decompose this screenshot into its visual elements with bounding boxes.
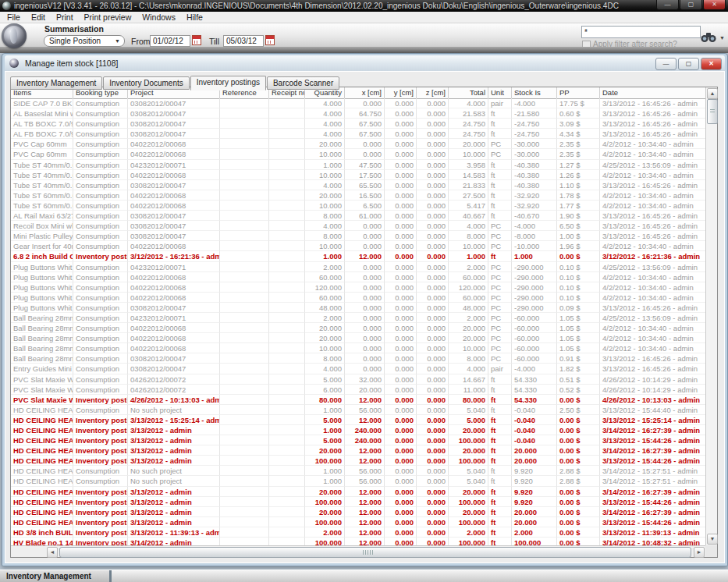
table-cell: 0.000 [417, 119, 449, 129]
table-cell: 3/13/2012 - 16:45:26 - admin [600, 129, 705, 139]
table-row[interactable]: AL Baseslat Mini wConsumption03082012/00… [11, 108, 705, 119]
table-row[interactable]: Gear Insert for 40mConsumption04022012/0… [11, 241, 705, 251]
table-row[interactable]: Plug Buttons WhitConsumption03082012/000… [11, 303, 705, 313]
table-row[interactable]: HD CEILING HEADConsumptionNo such projec… [11, 466, 705, 476]
table-row[interactable]: Recoil Box Mini whConsumption03082012/00… [11, 221, 705, 231]
table-cell: 4/26/2012 - 10:14:29 - admin [600, 385, 705, 395]
window-close-button[interactable]: ✕ [701, 58, 722, 70]
table-row[interactable]: HD CEILING HEADInventory posting3/13/201… [11, 456, 705, 466]
table-cell: 61.000 [345, 211, 385, 221]
table-row[interactable]: Tube ST 40mm/0.6Consumption04022012/0006… [11, 170, 705, 180]
menu-item-print-preview[interactable]: Print preview [79, 12, 137, 23]
menu-item-windows[interactable]: Windows [137, 12, 181, 23]
calendar-icon[interactable] [265, 35, 275, 45]
table-cell: -8.000 [512, 231, 557, 241]
table-row[interactable]: HD CEILING HEADInventory posting3/13/201… [11, 415, 705, 425]
column-header-stock-is[interactable]: Stock Is [512, 87, 557, 98]
table-row[interactable]: Ball Bearing 28mmConsumption03082012/000… [11, 353, 705, 364]
column-header-unit[interactable]: Unit [488, 87, 512, 98]
table-cell: 64.750 [345, 108, 385, 119]
table-row[interactable]: Plug Buttons WhitConsumption04022012/000… [11, 272, 705, 282]
table-row[interactable]: Tube ST 40mm/0.6Consumption03082012/0004… [11, 180, 705, 190]
table-row[interactable]: Ball Bearing 28mmConsumption04022012/000… [11, 343, 705, 353]
table-row[interactable]: HD CEILING HEADInventory posting3/13/201… [11, 425, 705, 435]
table-cell: 54.330 [512, 385, 557, 395]
close-button[interactable]: ✕ [703, 0, 726, 10]
scroll-left-icon[interactable]: ◄ [47, 547, 58, 558]
column-header-total[interactable]: Total [449, 87, 488, 98]
tab-inventory-documents[interactable]: Inventory Documents [103, 76, 190, 90]
maximize-button[interactable]: ▢ [680, 0, 702, 10]
table-row[interactable]: Ball Bearing 28mmConsumption04022012/000… [11, 333, 705, 343]
column-header-y-cm[interactable]: y [cm] [385, 87, 417, 98]
table-cell [269, 395, 305, 405]
column-header-x-cm[interactable]: x [cm] [345, 87, 385, 98]
summarisation-dropdown[interactable]: Single Position ▼ [44, 35, 125, 47]
tab-barcode-scanner[interactable]: Barcode Scanner [267, 76, 339, 90]
table-row[interactable]: Plug Buttons WhitConsumption04022012/000… [11, 293, 705, 303]
table-row[interactable]: 6.8 2 inch Build OuInventory posting3/12… [11, 251, 705, 261]
table-cell: 12.000 [345, 251, 385, 261]
table-row[interactable]: HD CEILING HEADInventory posting3/13/201… [11, 507, 705, 517]
tab-inventory-postings[interactable]: Inventory postings [190, 76, 266, 90]
table-row[interactable]: PVC Slat Maxie WLConsumption04262012/000… [11, 385, 705, 395]
scroll-up-icon[interactable]: ▲ [707, 88, 718, 99]
table-row[interactable]: PVC Cap 60mmConsumption04022012/0006810.… [11, 149, 705, 159]
scroll-right-icon[interactable]: ► [694, 547, 705, 558]
table-row[interactable]: SIDE CAP 7.0 BK - SConsumption03082012/0… [11, 98, 705, 108]
table-row[interactable]: Mini Plastic PulleyConsumption03082012/0… [11, 231, 705, 241]
column-header-z-cm[interactable]: z [cm] [417, 87, 449, 98]
menu-item-print[interactable]: Print [51, 12, 79, 23]
window-maximize-button[interactable]: ▢ [678, 58, 699, 70]
from-date-input[interactable] [150, 35, 190, 47]
table-row[interactable]: Ball Bearing 28mmConsumption04232012/000… [11, 313, 705, 323]
table-row[interactable]: HD CEILING HEADConsumptionNo such projec… [11, 476, 705, 486]
table-row[interactable]: AL TB BOXC 7.0/90Consumption03082012/000… [11, 119, 705, 129]
menu-item-edit[interactable]: Edit [26, 12, 51, 23]
window-minimize-button[interactable]: — [655, 58, 677, 70]
search-binoculars-icon[interactable] [700, 31, 717, 46]
table-row[interactable]: AL FB BOXC 7.0/90Consumption03082012/000… [11, 129, 705, 139]
statusbar-inventory-management-button[interactable]: Inventory Management [0, 570, 112, 582]
table-row[interactable]: HD CEILING HEADInventory posting3/13/201… [11, 445, 705, 456]
table-row[interactable]: HD CEILING HEADInventory posting3/13/201… [11, 497, 705, 507]
tab-inventory-management[interactable]: Inventory Management [10, 76, 102, 90]
minimize-button[interactable]: — [656, 0, 679, 10]
table-row[interactable]: HV Blade no.1 14.5Inventory posting3/14/… [11, 538, 705, 545]
table-cell: 1.000 [449, 251, 488, 261]
table-row[interactable]: HD CEILING HEADInventory posting3/13/201… [11, 435, 705, 445]
table-row[interactable]: HD 3/8 inch BUILDInventory posting3/13/2… [11, 527, 705, 538]
column-header-date[interactable]: Date [600, 87, 705, 98]
table-cell: 0.000 [417, 456, 449, 466]
table-row[interactable]: PVC Cap 60mmConsumption04022012/0006820.… [11, 139, 705, 149]
table-row[interactable]: HD CEILING HEADInventory posting3/13/201… [11, 517, 705, 527]
table-cell: 03082012/00047 [128, 129, 220, 139]
menu-item-file[interactable]: File [0, 12, 26, 23]
table-row[interactable]: HD CEILING HEADInventory posting3/13/201… [11, 487, 705, 497]
table-row[interactable]: Tube ST 40mm/0.6Consumption04232012/0007… [11, 160, 705, 170]
table-row[interactable]: Tube ST 60mm/0.6Consumption04022012/0006… [11, 190, 705, 201]
menu-item-hilfe[interactable]: Hilfe [181, 12, 208, 23]
table-row[interactable]: Plug Buttons WhitConsumption04022012/000… [11, 282, 705, 293]
table-row[interactable]: Ball Bearing 28mmConsumption04022012/000… [11, 323, 705, 333]
horizontal-scrollbar[interactable]: ◄ ► [11, 545, 705, 557]
column-header-pp[interactable]: PP [557, 87, 600, 98]
vertical-scroll-thumb[interactable] [707, 99, 718, 124]
horizontal-scroll-thumb[interactable] [59, 547, 691, 558]
search-input[interactable] [581, 26, 701, 38]
table-row[interactable]: Tube ST 60mm/0.6Consumption04022012/0006… [11, 201, 705, 211]
calendar-icon[interactable] [192, 35, 201, 45]
till-date-input[interactable] [223, 35, 264, 47]
table-row[interactable]: Plug Buttons WhitConsumption04232012/000… [11, 262, 705, 272]
table-row[interactable]: PVC Slat Maxie WLInventory posting4/26/2… [11, 395, 705, 405]
table-row[interactable]: HD CEILING HEADConsumptionNo such projec… [11, 405, 705, 415]
table-row[interactable]: Entry Guides MiniConsumption03082012/000… [11, 364, 705, 374]
vertical-scrollbar[interactable]: ▲ ▼ [705, 87, 717, 545]
table-row[interactable]: AL Rail Maxi 63/27Consumption03082012/00… [11, 211, 705, 221]
scroll-down-icon[interactable]: ▼ [707, 534, 718, 545]
table-cell [220, 251, 269, 261]
table-cell: 1.000 [512, 251, 557, 261]
table-cell: Consumption [73, 282, 128, 293]
table-row[interactable]: PVC Slat Maxie WLConsumption04262012/000… [11, 374, 705, 385]
search-options-arrow[interactable]: ▼ [719, 35, 725, 41]
